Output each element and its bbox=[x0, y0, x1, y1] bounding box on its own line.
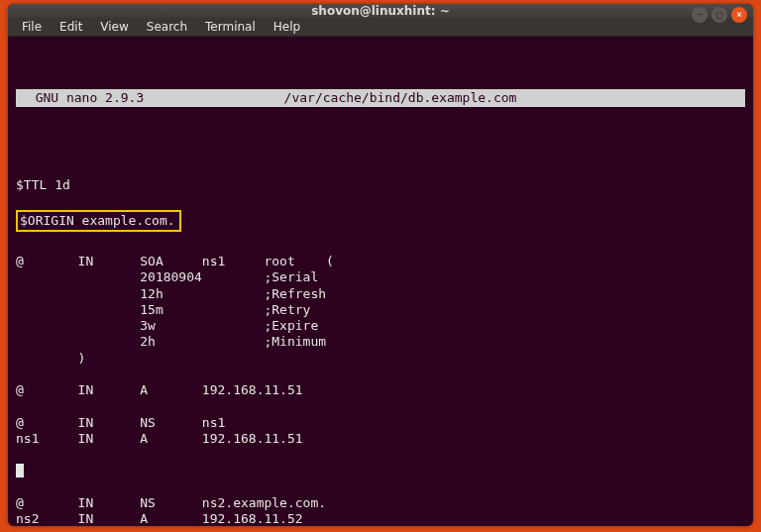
origin-line: $ORIGIN example.com. bbox=[20, 213, 175, 228]
menu-edit[interactable]: Edit bbox=[52, 18, 90, 36]
zone-body-lower: @ IN NS ns2.example.com. ns2 IN A 192.16… bbox=[16, 479, 745, 533]
menu-help[interactable]: Help bbox=[266, 18, 308, 36]
close-icon: × bbox=[736, 10, 742, 20]
editor-content[interactable]: $TTL 1d $ORIGIN example.com. @ IN SOA ns… bbox=[16, 161, 745, 532]
text-cursor bbox=[16, 464, 24, 478]
minimize-button[interactable]: − bbox=[692, 7, 707, 23]
terminal-body[interactable]: GNU nano 2.9.3 /var/cache/bind/db.exampl… bbox=[8, 37, 753, 532]
origin-line-highlight: $ORIGIN example.com. bbox=[16, 210, 181, 232]
menu-terminal[interactable]: Terminal bbox=[197, 18, 264, 36]
window-titlebar: shovon@linuxhint: ~ − □ × bbox=[8, 4, 753, 18]
nano-app-label: GNU nano 2.9.3 bbox=[20, 90, 218, 106]
terminal-window: shovon@linuxhint: ~ − □ × File Edit View… bbox=[8, 4, 753, 526]
window-buttons: − □ × bbox=[692, 7, 747, 23]
minimize-icon: − bbox=[697, 10, 703, 20]
menu-search[interactable]: Search bbox=[139, 18, 195, 36]
nano-file-path: /var/cache/bind/db.example.com bbox=[218, 90, 583, 106]
nano-titlebar: GNU nano 2.9.3 /var/cache/bind/db.exampl… bbox=[16, 89, 745, 107]
menubar: File Edit View Search Terminal Help bbox=[8, 18, 753, 37]
menu-file[interactable]: File bbox=[14, 18, 50, 36]
close-button[interactable]: × bbox=[731, 7, 747, 23]
menu-view[interactable]: View bbox=[92, 18, 136, 36]
zone-body-upper: @ IN SOA ns1 root ( 20180904 ;Serial 12h… bbox=[16, 254, 745, 447]
ttl-line: $TTL 1d bbox=[16, 177, 745, 193]
maximize-icon: □ bbox=[716, 10, 722, 20]
maximize-button[interactable]: □ bbox=[711, 7, 727, 23]
window-title: shovon@linuxhint: ~ bbox=[311, 4, 450, 18]
